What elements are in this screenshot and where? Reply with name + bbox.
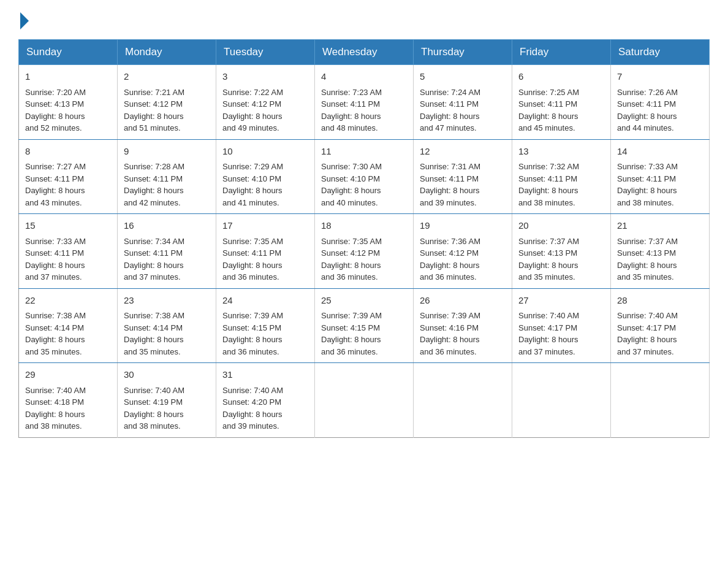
calendar-cell: 17 Sunrise: 7:35 AMSunset: 4:11 PMDaylig… bbox=[216, 214, 315, 289]
day-number: 15 bbox=[25, 219, 111, 233]
day-info: Sunrise: 7:40 AMSunset: 4:19 PMDaylight:… bbox=[124, 386, 184, 431]
calendar-cell: 27 Sunrise: 7:40 AMSunset: 4:17 PMDaylig… bbox=[512, 288, 611, 363]
day-number: 28 bbox=[617, 294, 703, 308]
calendar-cell bbox=[315, 363, 414, 438]
day-info: Sunrise: 7:39 AMSunset: 4:16 PMDaylight:… bbox=[420, 311, 480, 356]
day-number: 11 bbox=[321, 145, 407, 159]
calendar-cell: 21 Sunrise: 7:37 AMSunset: 4:13 PMDaylig… bbox=[611, 214, 710, 289]
day-info: Sunrise: 7:40 AMSunset: 4:17 PMDaylight:… bbox=[518, 311, 579, 356]
day-number: 23 bbox=[124, 294, 210, 308]
header-wednesday: Wednesday bbox=[315, 40, 414, 65]
day-number: 12 bbox=[420, 145, 506, 159]
day-number: 24 bbox=[222, 294, 308, 308]
header-tuesday: Tuesday bbox=[216, 40, 315, 65]
calendar-cell: 8 Sunrise: 7:27 AMSunset: 4:11 PMDayligh… bbox=[19, 139, 118, 214]
day-info: Sunrise: 7:20 AMSunset: 4:13 PMDaylight:… bbox=[25, 88, 86, 133]
calendar-cell: 11 Sunrise: 7:30 AMSunset: 4:10 PMDaylig… bbox=[315, 139, 414, 214]
day-number: 29 bbox=[25, 368, 111, 382]
day-number: 6 bbox=[518, 70, 604, 84]
page-header bbox=[18, 12, 710, 27]
day-info: Sunrise: 7:39 AMSunset: 4:15 PMDaylight:… bbox=[222, 311, 283, 356]
day-info: Sunrise: 7:33 AMSunset: 4:11 PMDaylight:… bbox=[617, 162, 678, 207]
day-number: 8 bbox=[25, 145, 111, 159]
day-info: Sunrise: 7:40 AMSunset: 4:18 PMDaylight:… bbox=[25, 386, 86, 431]
calendar-cell: 13 Sunrise: 7:32 AMSunset: 4:11 PMDaylig… bbox=[512, 139, 611, 214]
calendar-cell: 10 Sunrise: 7:29 AMSunset: 4:10 PMDaylig… bbox=[216, 139, 315, 214]
day-number: 17 bbox=[222, 219, 308, 233]
calendar-cell: 25 Sunrise: 7:39 AMSunset: 4:15 PMDaylig… bbox=[315, 288, 414, 363]
calendar-cell: 12 Sunrise: 7:31 AMSunset: 4:11 PMDaylig… bbox=[414, 139, 512, 214]
calendar-cell: 24 Sunrise: 7:39 AMSunset: 4:15 PMDaylig… bbox=[216, 288, 315, 363]
day-number: 9 bbox=[124, 145, 210, 159]
calendar-week-2: 8 Sunrise: 7:27 AMSunset: 4:11 PMDayligh… bbox=[19, 139, 710, 214]
calendar-cell: 31 Sunrise: 7:40 AMSunset: 4:20 PMDaylig… bbox=[216, 363, 315, 438]
day-number: 4 bbox=[321, 70, 407, 84]
calendar-cell bbox=[414, 363, 512, 438]
calendar-cell: 3 Sunrise: 7:22 AMSunset: 4:12 PMDayligh… bbox=[216, 65, 315, 140]
day-number: 13 bbox=[518, 145, 604, 159]
calendar-week-1: 1 Sunrise: 7:20 AMSunset: 4:13 PMDayligh… bbox=[19, 65, 710, 140]
calendar-cell: 23 Sunrise: 7:38 AMSunset: 4:14 PMDaylig… bbox=[118, 288, 216, 363]
day-info: Sunrise: 7:24 AMSunset: 4:11 PMDaylight:… bbox=[420, 88, 480, 133]
day-info: Sunrise: 7:36 AMSunset: 4:12 PMDaylight:… bbox=[420, 237, 480, 282]
calendar-cell bbox=[611, 363, 710, 438]
header-thursday: Thursday bbox=[414, 40, 512, 65]
calendar-cell: 16 Sunrise: 7:34 AMSunset: 4:11 PMDaylig… bbox=[118, 214, 216, 289]
day-info: Sunrise: 7:22 AMSunset: 4:12 PMDaylight:… bbox=[222, 88, 283, 133]
day-info: Sunrise: 7:30 AMSunset: 4:10 PMDaylight:… bbox=[321, 162, 382, 207]
logo-text bbox=[18, 12, 31, 29]
calendar-cell: 14 Sunrise: 7:33 AMSunset: 4:11 PMDaylig… bbox=[611, 139, 710, 214]
day-info: Sunrise: 7:35 AMSunset: 4:11 PMDaylight:… bbox=[222, 237, 283, 282]
calendar-cell: 28 Sunrise: 7:40 AMSunset: 4:17 PMDaylig… bbox=[611, 288, 710, 363]
day-number: 16 bbox=[124, 219, 210, 233]
day-number: 26 bbox=[420, 294, 506, 308]
header-monday: Monday bbox=[118, 40, 216, 65]
day-info: Sunrise: 7:33 AMSunset: 4:11 PMDaylight:… bbox=[25, 237, 86, 282]
calendar-cell: 7 Sunrise: 7:26 AMSunset: 4:11 PMDayligh… bbox=[611, 65, 710, 140]
calendar-cell: 1 Sunrise: 7:20 AMSunset: 4:13 PMDayligh… bbox=[19, 65, 118, 140]
day-number: 21 bbox=[617, 219, 703, 233]
calendar-cell: 2 Sunrise: 7:21 AMSunset: 4:12 PMDayligh… bbox=[118, 65, 216, 140]
logo bbox=[18, 12, 31, 27]
day-info: Sunrise: 7:29 AMSunset: 4:10 PMDaylight:… bbox=[222, 162, 283, 207]
day-number: 1 bbox=[25, 70, 111, 84]
calendar-cell: 9 Sunrise: 7:28 AMSunset: 4:11 PMDayligh… bbox=[118, 139, 216, 214]
day-info: Sunrise: 7:40 AMSunset: 4:20 PMDaylight:… bbox=[222, 386, 283, 431]
day-info: Sunrise: 7:38 AMSunset: 4:14 PMDaylight:… bbox=[124, 311, 184, 356]
calendar-cell: 22 Sunrise: 7:38 AMSunset: 4:14 PMDaylig… bbox=[19, 288, 118, 363]
day-info: Sunrise: 7:27 AMSunset: 4:11 PMDaylight:… bbox=[25, 162, 86, 207]
day-number: 19 bbox=[420, 219, 506, 233]
day-info: Sunrise: 7:26 AMSunset: 4:11 PMDaylight:… bbox=[617, 88, 678, 133]
day-number: 25 bbox=[321, 294, 407, 308]
calendar-week-3: 15 Sunrise: 7:33 AMSunset: 4:11 PMDaylig… bbox=[19, 214, 710, 289]
day-info: Sunrise: 7:37 AMSunset: 4:13 PMDaylight:… bbox=[617, 237, 678, 282]
day-info: Sunrise: 7:40 AMSunset: 4:17 PMDaylight:… bbox=[617, 311, 678, 356]
day-info: Sunrise: 7:37 AMSunset: 4:13 PMDaylight:… bbox=[518, 237, 579, 282]
logo-triangle-icon bbox=[20, 12, 29, 29]
calendar-cell: 30 Sunrise: 7:40 AMSunset: 4:19 PMDaylig… bbox=[118, 363, 216, 438]
day-info: Sunrise: 7:34 AMSunset: 4:11 PMDaylight:… bbox=[124, 237, 184, 282]
day-info: Sunrise: 7:32 AMSunset: 4:11 PMDaylight:… bbox=[518, 162, 579, 207]
calendar-cell bbox=[512, 363, 611, 438]
day-number: 10 bbox=[222, 145, 308, 159]
day-number: 7 bbox=[617, 70, 703, 84]
day-number: 30 bbox=[124, 368, 210, 382]
day-number: 2 bbox=[124, 70, 210, 84]
calendar-cell: 6 Sunrise: 7:25 AMSunset: 4:11 PMDayligh… bbox=[512, 65, 611, 140]
day-number: 14 bbox=[617, 145, 703, 159]
calendar-table: SundayMondayTuesdayWednesdayThursdayFrid… bbox=[18, 39, 710, 438]
day-number: 5 bbox=[420, 70, 506, 84]
day-number: 20 bbox=[518, 219, 604, 233]
calendar-cell: 19 Sunrise: 7:36 AMSunset: 4:12 PMDaylig… bbox=[414, 214, 512, 289]
calendar-cell: 15 Sunrise: 7:33 AMSunset: 4:11 PMDaylig… bbox=[19, 214, 118, 289]
day-info: Sunrise: 7:38 AMSunset: 4:14 PMDaylight:… bbox=[25, 311, 86, 356]
calendar-cell: 26 Sunrise: 7:39 AMSunset: 4:16 PMDaylig… bbox=[414, 288, 512, 363]
calendar-cell: 29 Sunrise: 7:40 AMSunset: 4:18 PMDaylig… bbox=[19, 363, 118, 438]
day-info: Sunrise: 7:25 AMSunset: 4:11 PMDaylight:… bbox=[518, 88, 579, 133]
day-info: Sunrise: 7:21 AMSunset: 4:12 PMDaylight:… bbox=[124, 88, 184, 133]
header-saturday: Saturday bbox=[611, 40, 710, 65]
calendar-cell: 4 Sunrise: 7:23 AMSunset: 4:11 PMDayligh… bbox=[315, 65, 414, 140]
day-info: Sunrise: 7:28 AMSunset: 4:11 PMDaylight:… bbox=[124, 162, 184, 207]
calendar-cell: 20 Sunrise: 7:37 AMSunset: 4:13 PMDaylig… bbox=[512, 214, 611, 289]
day-info: Sunrise: 7:35 AMSunset: 4:12 PMDaylight:… bbox=[321, 237, 382, 282]
